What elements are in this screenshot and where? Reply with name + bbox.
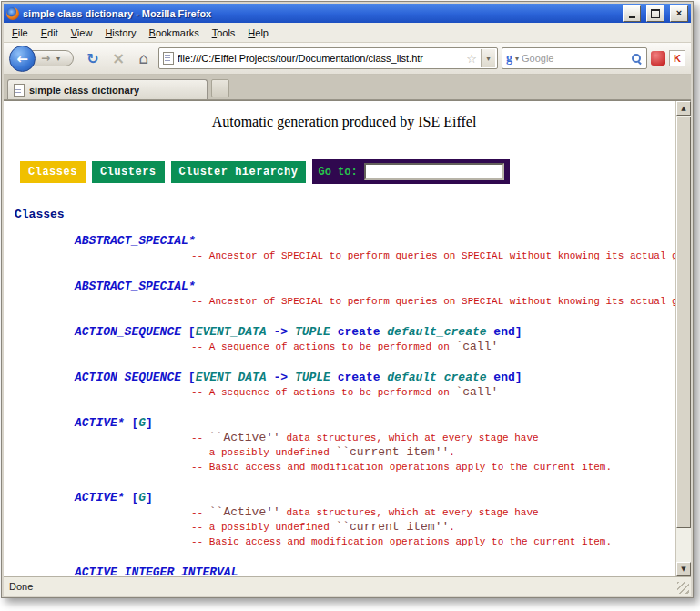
text-segment-class: ABSTRACT_SPECIAL* (75, 234, 196, 248)
class-signature-link[interactable]: ACTIVE* [G] (75, 416, 675, 431)
text-segment-comment: -- A sequence of actions to be performed… (191, 387, 455, 398)
stop-button[interactable]: × (107, 47, 129, 69)
maximize-icon (651, 9, 660, 18)
text-segment-comment: data structures, which at every stage ha… (280, 507, 539, 518)
vertical-scrollbar[interactable]: ▲ ▼ (675, 101, 691, 576)
title-bar[interactable]: simple class dictionary - Mozilla Firefo… (4, 4, 691, 23)
k-addon-icon[interactable]: K (669, 50, 685, 66)
menu-view[interactable]: View (65, 25, 99, 41)
text-segment-keyword: -> (267, 371, 295, 384)
classes-button[interactable]: Classes (20, 161, 86, 183)
class-comment: -- a possibly undefined ``current item''… (191, 445, 675, 460)
text-segment-comment: -- a possibly undefined (191, 447, 335, 458)
text-segment-generic: TUPLE (295, 325, 330, 339)
text-segment-keyword: ] (146, 491, 153, 504)
text-segment-class: ACTIVE* (75, 491, 125, 504)
goto-bar: Go to: (312, 159, 509, 184)
url-dropdown-button[interactable]: ▾ (481, 49, 495, 67)
text-segment-keyword: [ (181, 371, 196, 384)
text-segment-class: ACTION_SEQUENCE (75, 371, 181, 384)
antivirus-addon-icon[interactable] (651, 51, 665, 66)
goto-input[interactable] (364, 163, 504, 180)
clusters-button[interactable]: Clusters (92, 161, 165, 183)
text-segment-generic: G (138, 416, 146, 430)
chevron-down-icon: ▾ (486, 55, 490, 63)
text-segment-generic: default_create (387, 325, 486, 339)
text-segment-keyword: [ (181, 325, 196, 339)
search-icon[interactable] (631, 53, 643, 65)
menu-history[interactable]: History (98, 25, 142, 41)
class-comment: -- a possibly undefined ``current item''… (191, 520, 675, 535)
text-segment-comment: -- A sequence of actions to be performed… (191, 341, 455, 352)
text-segment-generic: EVENT_DATA (196, 371, 267, 384)
text-segment-quoted: ``Active'' (209, 505, 280, 519)
menu-file[interactable]: File (5, 25, 35, 41)
goto-label: Go to: (318, 166, 357, 178)
scrollbar-thumb[interactable] (676, 117, 691, 528)
back-button[interactable]: ← (9, 46, 36, 72)
text-segment-comment: . (449, 522, 455, 533)
maximize-button[interactable] (646, 5, 664, 22)
class-comment: -- ``Active'' data structures, which at … (191, 431, 675, 445)
search-box[interactable]: g ▾ Google (502, 47, 647, 69)
class-signature-link[interactable]: ABSTRACT_SPECIAL* (75, 234, 675, 249)
scroll-up-button[interactable]: ▲ (676, 101, 691, 116)
search-input[interactable]: Google (522, 53, 628, 64)
tab-simple-class-dictionary[interactable]: simple class dictionary (7, 79, 208, 99)
text-segment-quoted: ``current item'' (335, 445, 449, 459)
back-forward-group: ← → ▾ (9, 44, 78, 73)
url-input[interactable]: file:///C:/Eiffel Projects/tour/Document… (178, 53, 462, 64)
url-bar[interactable]: file:///C:/Eiffel Projects/tour/Document… (158, 47, 498, 69)
search-engine-dropdown-icon[interactable]: ▾ (515, 55, 519, 63)
tab-strip: simple class dictionary (4, 75, 691, 100)
forward-button[interactable]: → ▾ (32, 50, 74, 66)
text-segment-class: ACTIVE* (75, 416, 125, 430)
text-segment-generic: G (138, 491, 146, 504)
menu-tools[interactable]: Tools (206, 25, 242, 41)
cluster-hierarchy-button[interactable]: Cluster hierarchy (171, 161, 307, 183)
text-segment-keyword: end] (487, 325, 522, 339)
text-segment-comment: -- Basic access and modification operati… (191, 462, 612, 473)
history-dropdown-icon[interactable]: ▾ (56, 55, 60, 63)
class-signature-link[interactable]: ACTION_SEQUENCE [EVENT_DATA -> TUPLE cre… (75, 325, 675, 340)
class-entry: ABSTRACT_SPECIAL*-- Ancestor of SPECIAL … (75, 234, 675, 263)
text-segment-generic: EVENT_DATA (196, 325, 267, 339)
doc-nav-row: Classes Clusters Cluster hierarchy Go to… (20, 159, 675, 184)
refresh-button[interactable]: ↻ (82, 47, 104, 69)
text-segment-comment: -- (191, 433, 209, 443)
class-signature-link[interactable]: ACTIVE* [G] (75, 491, 675, 505)
bookmark-star-icon[interactable]: ☆ (466, 52, 477, 66)
class-signature-link[interactable]: ACTION_SEQUENCE [EVENT_DATA -> TUPLE cre… (75, 371, 675, 385)
text-segment-quoted: `call' (455, 385, 498, 399)
menu-edit[interactable]: Edit (35, 25, 65, 41)
text-segment-comment: -- Ancestor of SPECIAL to perform querie… (191, 250, 675, 261)
class-comment: -- A sequence of actions to be performed… (191, 385, 675, 400)
class-signature-link[interactable]: ABSTRACT_SPECIAL* (75, 280, 675, 294)
menu-help[interactable]: Help (241, 25, 275, 41)
text-segment-quoted: ``Active'' (209, 431, 280, 444)
scroll-down-button[interactable]: ▼ (676, 562, 691, 576)
class-entry: ACTIVE_INTEGER_INTERVAL (75, 565, 675, 576)
class-comment: -- Basic access and modification operati… (191, 460, 675, 474)
menu-bookmarks[interactable]: Bookmarks (143, 25, 206, 41)
home-button[interactable]: ⌂ (133, 47, 155, 69)
close-button[interactable]: × (670, 5, 688, 22)
tab-label: simple class dictionary (29, 85, 139, 96)
text-segment-class: ACTION_SEQUENCE (75, 325, 181, 339)
class-comment: -- Ancestor of SPECIAL to perform querie… (191, 249, 675, 263)
class-comment: -- Basic access and modification operati… (191, 535, 675, 549)
class-entry: ACTION_SEQUENCE [EVENT_DATA -> TUPLE cre… (75, 325, 675, 354)
firefox-icon (6, 7, 19, 20)
class-entry: ABSTRACT_SPECIAL*-- Ancestor of SPECIAL … (75, 280, 675, 309)
class-signature-link[interactable]: ACTIVE_INTEGER_INTERVAL (75, 565, 675, 576)
menu-bar: FileEditViewHistoryBookmarksToolsHelp (4, 23, 691, 43)
resize-grip[interactable] (677, 582, 689, 594)
class-comment: -- Ancestor of SPECIAL to perform querie… (191, 294, 675, 309)
class-comment: -- A sequence of actions to be performed… (191, 340, 675, 354)
text-segment-comment: data structures, which at every stage ha… (280, 433, 539, 443)
text-segment-comment: -- a possibly undefined (191, 522, 335, 533)
minimize-button[interactable] (623, 5, 641, 22)
new-tab-button[interactable] (211, 79, 229, 97)
text-segment-keyword: -> (267, 325, 295, 339)
text-segment-keyword: [ (125, 491, 139, 504)
